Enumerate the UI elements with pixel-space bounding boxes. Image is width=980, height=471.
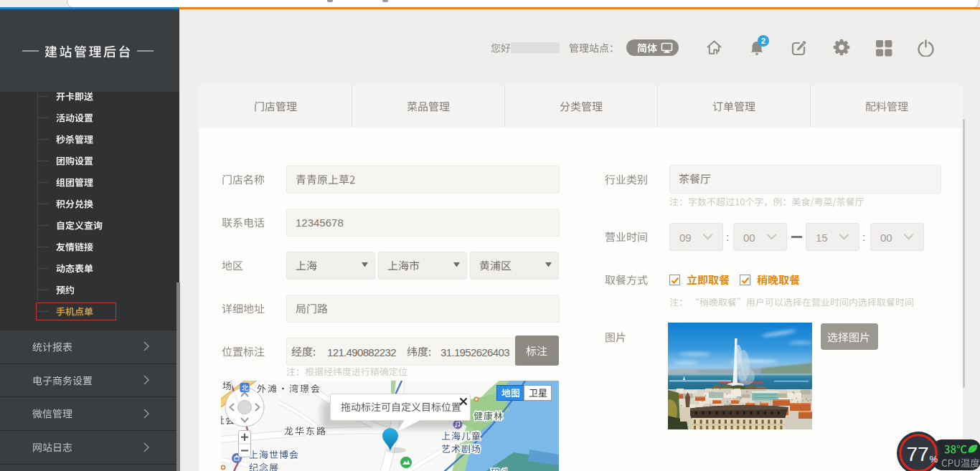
svg-text:77: 77 (907, 443, 929, 465)
svg-text:%: % (930, 454, 938, 465)
